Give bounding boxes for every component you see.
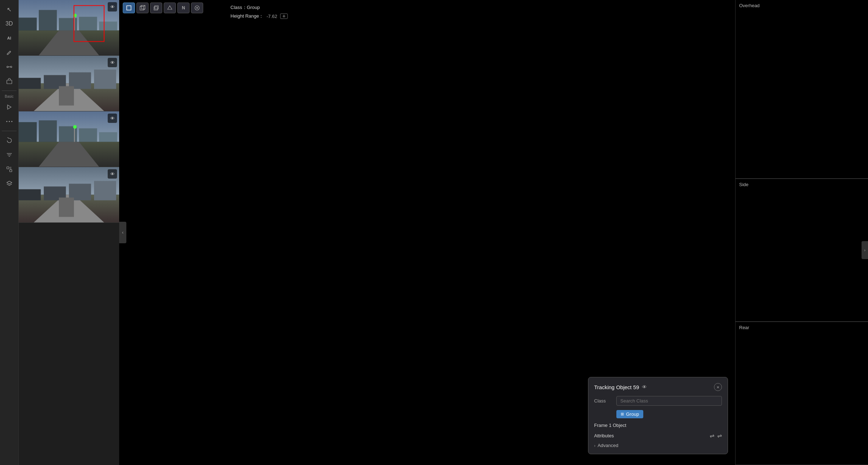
badge-label: Group: [626, 411, 639, 417]
side-label: Side: [739, 182, 748, 187]
filter2-tool-btn[interactable]: [3, 148, 16, 161]
class-label: Class：Group: [227, 3, 263, 12]
search-class-input[interactable]: [616, 396, 722, 406]
group-badge[interactable]: ⊞ Group: [616, 410, 643, 418]
tracking-title-text: Tracking Object 59: [594, 384, 639, 390]
tracking-panel-title: Tracking Object 59 👁: [594, 384, 647, 390]
camera-eye-btn-3[interactable]: 👁: [108, 169, 117, 179]
viewport-toolbar: N: [119, 0, 735, 16]
class-row: Class: [594, 396, 722, 406]
svg-marker-24: [168, 6, 172, 9]
camera-item-1[interactable]: 👁: [19, 56, 119, 111]
svg-rect-13: [10, 170, 12, 172]
group-badge-row: ⊞ Group: [594, 410, 722, 418]
class-label-text: Class: [594, 398, 612, 404]
3d-tool-btn[interactable]: 3D: [3, 17, 16, 30]
more-tool-btn[interactable]: [3, 115, 16, 128]
ai-tool-btn[interactable]: AI: [3, 32, 16, 45]
connect-tool-btn[interactable]: [3, 60, 16, 73]
camera-eye-btn-2[interactable]: 👁: [108, 114, 117, 123]
advanced-label: Advanced: [598, 443, 619, 448]
svg-rect-16: [127, 6, 131, 10]
poly-tool-btn[interactable]: [164, 3, 176, 13]
draw-tool-btn[interactable]: [3, 46, 16, 59]
history-tool-btn[interactable]: [3, 134, 16, 147]
camera-canvas-1: [19, 56, 119, 111]
side-canvas: [736, 179, 868, 322]
right-collapse-btn[interactable]: ›: [862, 241, 868, 259]
attr-icon-1[interactable]: ⇌: [710, 432, 714, 439]
overhead-label: Overhead: [739, 3, 760, 8]
attr-icon-2[interactable]: ⇌: [717, 432, 722, 439]
camera-panel: 👁 👁 👁 👁: [19, 0, 119, 465]
tracking-close-btn[interactable]: ×: [714, 383, 722, 391]
camera-eye-btn-1[interactable]: 👁: [108, 58, 117, 67]
svg-point-7: [9, 121, 10, 122]
camera-canvas-3: [19, 167, 119, 222]
badge-icon: ⊞: [621, 412, 624, 416]
svg-point-8: [11, 121, 12, 122]
merge-tool-btn[interactable]: [3, 163, 16, 176]
select-tool-btn[interactable]: [3, 75, 16, 88]
n-tool-btn[interactable]: N: [177, 3, 190, 13]
height-range-label: Height Range： -7.62: [227, 12, 291, 20]
frame-object-label: Frame 1 Object: [594, 423, 722, 428]
box2-tool-btn[interactable]: [136, 3, 149, 13]
overhead-canvas: [736, 0, 868, 178]
box-tool-btn[interactable]: [123, 3, 135, 13]
left-toolbar: ↖ 3D AI Basic: [0, 0, 19, 465]
main-viewport[interactable]: N Class：Group Height Range： -7.62 ‹ Trac…: [119, 0, 735, 465]
svg-point-0: [7, 66, 8, 68]
circle-tool-btn[interactable]: [191, 3, 203, 13]
tracking-panel-header: Tracking Object 59 👁 ×: [594, 383, 722, 391]
svg-marker-4: [8, 105, 11, 109]
camera-item-2[interactable]: 👁: [19, 111, 119, 167]
close-icon: ×: [717, 385, 719, 390]
tracking-panel: Tracking Object 59 👁 × Class ⊞ Group Fra…: [588, 377, 728, 454]
rear-canvas: [736, 322, 868, 465]
camera-list: 👁 👁 👁 👁: [19, 0, 119, 465]
box3-tool-btn[interactable]: [150, 3, 162, 13]
attributes-icons: ⇌ ⇌: [710, 432, 722, 439]
svg-rect-17: [140, 6, 144, 10]
layers-tool-btn[interactable]: [3, 177, 16, 190]
advanced-row[interactable]: › Advanced: [594, 443, 722, 448]
height-value: -7.62: [267, 14, 277, 19]
collapse-camera-btn[interactable]: ‹: [119, 222, 126, 243]
camera-canvas-2: [19, 111, 119, 167]
height-range-text: Height Range：: [230, 13, 264, 19]
overhead-view-section: Overhead: [736, 0, 868, 179]
svg-point-1: [10, 66, 12, 68]
attributes-label: Attributes: [594, 433, 614, 438]
advanced-chevron: ›: [594, 443, 596, 448]
svg-point-6: [6, 121, 7, 122]
toolbar-divider-1: [2, 91, 17, 91]
camera-canvas-0: [19, 0, 119, 55]
expand-icon[interactable]: [280, 13, 288, 19]
camera-item-0[interactable]: 👁: [19, 0, 119, 56]
tracking-eye-icon: 👁: [642, 384, 647, 390]
attributes-row: Attributes ⇌ ⇌: [594, 432, 722, 439]
svg-point-26: [196, 7, 198, 9]
basic-label: Basic: [5, 94, 13, 99]
svg-rect-12: [7, 167, 9, 169]
rear-label: Rear: [739, 325, 749, 330]
rear-view-section: Rear: [736, 322, 868, 465]
camera-item-3[interactable]: 👁: [19, 167, 119, 223]
camera-eye-btn-0[interactable]: 👁: [108, 2, 117, 11]
right-panel: Overhead Side › Rear: [735, 0, 868, 465]
svg-rect-3: [7, 80, 12, 84]
toolbar-divider-2: [2, 131, 17, 131]
side-view-section: Side ›: [736, 179, 868, 322]
play-tool-btn[interactable]: [3, 101, 16, 114]
cursor-tool-btn[interactable]: ↖: [3, 3, 16, 16]
